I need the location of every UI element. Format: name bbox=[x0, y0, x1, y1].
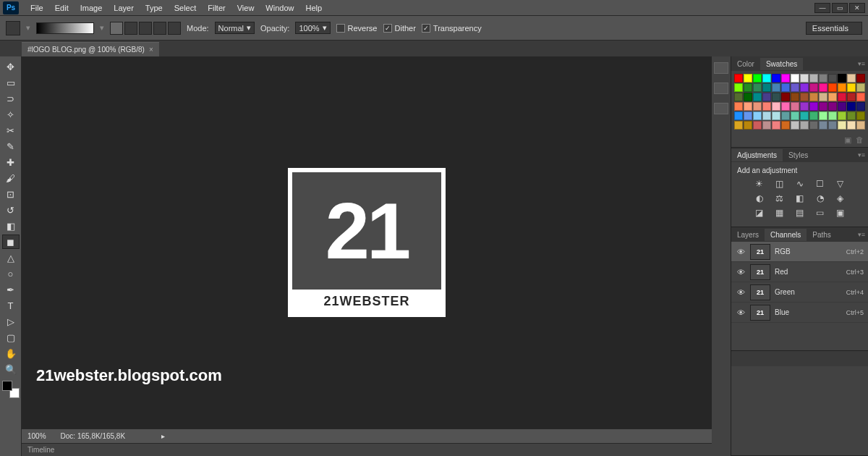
swatch-color[interactable] bbox=[809, 93, 818, 101]
path-select-tool[interactable]: ▷ bbox=[2, 314, 20, 329]
visibility-icon[interactable]: 👁 bbox=[736, 268, 746, 276]
menu-view[interactable]: View bbox=[231, 2, 260, 14]
swatch-color[interactable] bbox=[838, 74, 846, 83]
swatch-color[interactable] bbox=[809, 74, 818, 83]
swatch-color[interactable] bbox=[772, 93, 780, 101]
tab-layers[interactable]: Layers bbox=[731, 229, 765, 241]
tab-styles[interactable]: Styles bbox=[783, 149, 814, 161]
swatch-color[interactable] bbox=[791, 93, 799, 101]
menu-filter[interactable]: Filter bbox=[202, 2, 231, 14]
document-tab[interactable]: #lOGO BLOG.png @ 100% (RGB/8) × bbox=[22, 42, 159, 56]
channel-row[interactable]: 👁BlueCtrl+5 bbox=[731, 303, 868, 323]
swatch-color[interactable] bbox=[856, 93, 865, 101]
swatch-color[interactable] bbox=[762, 74, 771, 83]
swatch-color[interactable] bbox=[847, 74, 856, 83]
swatch-color[interactable] bbox=[800, 111, 809, 120]
swatch-color[interactable] bbox=[856, 102, 865, 111]
swatch-color[interactable] bbox=[828, 111, 837, 120]
wand-tool[interactable]: ✧ bbox=[2, 107, 20, 122]
menu-window[interactable]: Window bbox=[260, 2, 299, 14]
swatch-color[interactable] bbox=[856, 74, 865, 83]
swatch-color[interactable] bbox=[762, 121, 771, 130]
brightness-icon[interactable]: ☀ bbox=[753, 179, 766, 189]
swatch-color[interactable] bbox=[856, 111, 865, 120]
blur-tool[interactable]: △ bbox=[2, 250, 20, 265]
swatch-color[interactable] bbox=[753, 93, 762, 101]
angle-gradient-button[interactable] bbox=[139, 22, 152, 35]
reverse-checkbox[interactable]: Reverse bbox=[336, 24, 378, 33]
swatch-color[interactable] bbox=[762, 83, 771, 92]
doc-info[interactable]: Doc: 165,8K/165,8K bbox=[61, 432, 126, 440]
menu-image[interactable]: Image bbox=[75, 2, 109, 14]
linear-gradient-button[interactable] bbox=[110, 22, 123, 35]
swatch-color[interactable] bbox=[791, 102, 799, 111]
zoom-level[interactable]: 100% bbox=[27, 432, 46, 440]
swatch-color[interactable] bbox=[744, 121, 752, 130]
channel-row[interactable]: 👁RGBCtrl+2 bbox=[731, 242, 868, 262]
mode-select[interactable]: Normal▾ bbox=[215, 22, 255, 34]
swatch-color[interactable] bbox=[734, 83, 743, 92]
menu-edit[interactable]: Edit bbox=[49, 2, 75, 14]
tab-adjustments[interactable]: Adjustments bbox=[731, 149, 783, 161]
swatch-color[interactable] bbox=[800, 74, 809, 83]
swatch-color[interactable] bbox=[838, 121, 846, 130]
swatch-color[interactable] bbox=[781, 111, 790, 120]
channel-row[interactable]: 👁RedCtrl+3 bbox=[731, 262, 868, 282]
swatch-color[interactable] bbox=[772, 102, 780, 111]
swatch-color[interactable] bbox=[791, 111, 799, 120]
gradient-preview[interactable] bbox=[36, 22, 94, 34]
swatch-color[interactable] bbox=[762, 102, 771, 111]
history-brush-tool[interactable]: ↺ bbox=[2, 203, 20, 217]
swatch-color[interactable] bbox=[856, 83, 865, 92]
eyedropper-tool[interactable]: ✎ bbox=[2, 139, 20, 153]
curves-icon[interactable]: ∿ bbox=[793, 179, 807, 189]
invert-icon[interactable]: ◪ bbox=[753, 208, 766, 218]
eraser-tool[interactable]: ◧ bbox=[2, 219, 20, 233]
swatch-color[interactable] bbox=[744, 102, 752, 111]
swatch-color[interactable] bbox=[847, 93, 856, 101]
tab-swatches[interactable]: Swatches bbox=[760, 58, 803, 70]
swatch-color[interactable] bbox=[838, 83, 846, 92]
swatch-color[interactable] bbox=[838, 102, 846, 111]
swatch-color[interactable] bbox=[744, 83, 752, 92]
swatch-color[interactable] bbox=[734, 74, 743, 83]
zoom-tool[interactable]: 🔍 bbox=[2, 362, 20, 376]
diamond-gradient-button[interactable] bbox=[168, 22, 181, 35]
tab-color[interactable]: Color bbox=[731, 58, 760, 70]
close-button[interactable]: ✕ bbox=[849, 3, 865, 13]
swatch-color[interactable] bbox=[791, 83, 799, 92]
swatch-color[interactable] bbox=[828, 102, 837, 111]
swatch-color[interactable] bbox=[856, 121, 865, 130]
swatch-color[interactable] bbox=[819, 83, 827, 92]
swatch-color[interactable] bbox=[809, 102, 818, 111]
panel-menu-icon[interactable]: ▾≡ bbox=[855, 60, 868, 67]
collapsed-panel-icon[interactable] bbox=[714, 62, 728, 74]
crop-tool[interactable]: ✂ bbox=[2, 123, 20, 138]
collapsed-panel-icon[interactable] bbox=[714, 103, 728, 114]
posterize-icon[interactable]: ▦ bbox=[773, 208, 786, 218]
menu-type[interactable]: Type bbox=[140, 2, 169, 14]
minimize-button[interactable]: — bbox=[814, 3, 830, 13]
gradient-tool[interactable]: ◼ bbox=[2, 235, 20, 249]
swatch-color[interactable] bbox=[828, 121, 837, 130]
swatch-color[interactable] bbox=[744, 93, 752, 101]
menu-select[interactable]: Select bbox=[169, 2, 203, 14]
swatch-color[interactable] bbox=[772, 83, 780, 92]
swatch-color[interactable] bbox=[744, 111, 752, 120]
pen-tool[interactable]: ✒ bbox=[2, 282, 20, 297]
swatch-color[interactable] bbox=[762, 111, 771, 120]
swatch-color[interactable] bbox=[828, 93, 837, 101]
tab-channels[interactable]: Channels bbox=[765, 229, 807, 241]
swatch-color[interactable] bbox=[828, 74, 837, 83]
swatch-color[interactable] bbox=[847, 102, 856, 111]
balance-icon[interactable]: ⚖ bbox=[773, 193, 786, 203]
current-tool-icon[interactable] bbox=[6, 21, 20, 35]
tab-paths[interactable]: Paths bbox=[807, 229, 837, 241]
swatch-color[interactable] bbox=[781, 93, 790, 101]
move-tool[interactable]: ✥ bbox=[2, 59, 20, 74]
maximize-button[interactable]: ▭ bbox=[832, 3, 848, 13]
swatch-color[interactable] bbox=[753, 74, 762, 83]
swatch-color[interactable] bbox=[847, 121, 856, 130]
swatch-color[interactable] bbox=[753, 111, 762, 120]
collapsed-panel-icon[interactable] bbox=[714, 83, 728, 94]
